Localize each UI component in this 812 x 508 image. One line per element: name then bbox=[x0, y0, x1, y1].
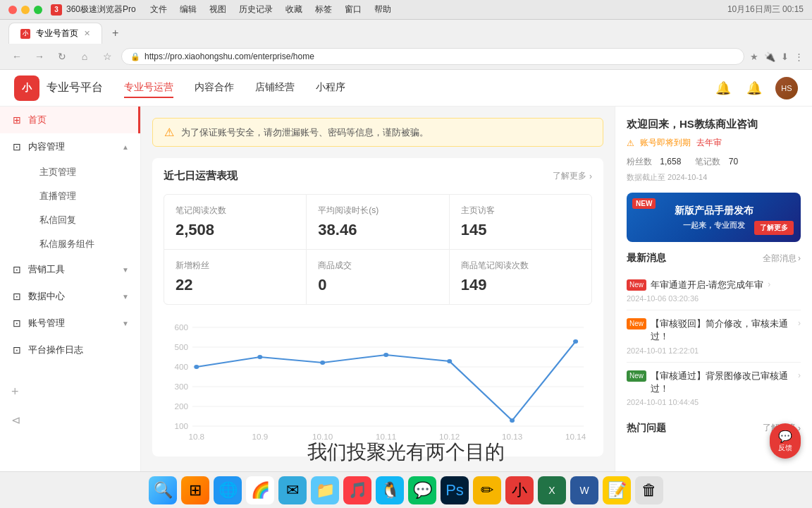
settings-icon[interactable]: ⋮ bbox=[794, 52, 804, 62]
header-nav-item-小程序[interactable]: 小程序 bbox=[316, 78, 345, 98]
home-icon: ⊞ bbox=[11, 114, 23, 126]
sidebar-item-content-management[interactable]: ⊡ 内容管理 ▲ bbox=[0, 133, 140, 160]
chart-point bbox=[320, 361, 325, 365]
notification-bell-icon[interactable]: 🔔 bbox=[713, 78, 733, 98]
sidebar-item-home[interactable]: ⊞ 首页 bbox=[0, 107, 140, 133]
sidebar-item-marketing[interactable]: ⊡ 营销工具 ▼ bbox=[0, 256, 140, 283]
sidebar-item-homepage-mgmt[interactable]: 主页管理 bbox=[28, 160, 140, 184]
all-news-link[interactable]: 全部消息 › bbox=[763, 253, 801, 265]
dock-word[interactable]: W bbox=[570, 476, 598, 504]
app-header: 小 专业号平台 专业号运营内容合作店铺经营小程序 🔔 🔔 HS bbox=[0, 70, 812, 107]
warning-icon: ⚠ bbox=[164, 126, 174, 139]
dock-wechat[interactable]: 💬 bbox=[408, 476, 436, 504]
svg-text:100: 100 bbox=[175, 423, 188, 430]
news-badge: New bbox=[627, 370, 646, 382]
arrow-right-icon: › bbox=[589, 171, 592, 181]
news-item-2[interactable]: New 【审核通过】背景图修改已审核通过！ › 2024-10-01 10:44… bbox=[627, 363, 801, 413]
menu-item[interactable]: 窗口 bbox=[345, 4, 362, 16]
svg-text:10.12: 10.12 bbox=[439, 433, 460, 441]
dock-chrome[interactable]: 🌈 bbox=[246, 476, 274, 504]
dock-trash[interactable]: 🗑 bbox=[635, 476, 663, 504]
menu-item[interactable]: 历史记录 bbox=[239, 4, 273, 16]
dock-email[interactable]: ✉ bbox=[278, 476, 307, 504]
banner-cta[interactable]: 了解更多 bbox=[754, 221, 794, 235]
account-warning: ⚠ 账号即将到期 去年审 bbox=[627, 137, 801, 149]
dock-files[interactable]: 📁 bbox=[311, 476, 339, 504]
news-item-arrow: › bbox=[798, 318, 801, 329]
minimize-button[interactable] bbox=[21, 6, 30, 14]
welcome-title: 欢迎回来，HS教练商业咨询 bbox=[627, 118, 801, 131]
sidebar-item-data-center[interactable]: ⊡ 数据中心 ▼ bbox=[0, 283, 140, 310]
feedback-button[interactable]: 💬 反馈 bbox=[770, 423, 801, 459]
forward-button[interactable]: → bbox=[31, 48, 48, 65]
alert-icon[interactable]: 🔔 bbox=[744, 78, 764, 98]
promo-banner[interactable]: NEW 新版产品手册发布 一起来，专业而发 了解更多 bbox=[627, 193, 801, 242]
menu-bar[interactable]: 文件编辑视图历史记录收藏标签窗口帮助 bbox=[150, 4, 391, 16]
logo-icon: 小 bbox=[14, 75, 39, 101]
main-layout: ⊞ 首页 ⊡ 内容管理 ▲ 主页管理 直播管理 私信回复 私信服务组件 ⊡ 营销… bbox=[0, 107, 812, 478]
menu-item[interactable]: 视图 bbox=[209, 4, 226, 16]
content-management-label: 内容管理 bbox=[28, 140, 65, 153]
dock-finder[interactable]: 🔍 bbox=[149, 476, 177, 504]
dock-ps[interactable]: Ps bbox=[441, 476, 469, 504]
content-main: ⚠ 为了保证账号安全，请勿泄漏账号、密码等信息，谨防被骗。 近七日运营表现 了解… bbox=[141, 107, 615, 478]
menu-item[interactable]: 收藏 bbox=[285, 4, 302, 16]
news-item-text: 【审核驳回】简介修改，审核未通过！ bbox=[651, 318, 794, 343]
stat-label: 新增粉丝 bbox=[176, 260, 295, 272]
stat-label: 笔记阅读次数 bbox=[176, 205, 295, 217]
sidebar-item-account-mgmt[interactable]: ⊡ 账号管理 ▼ bbox=[0, 310, 140, 337]
dock-sketch[interactable]: ✏ bbox=[473, 476, 501, 504]
news-item-1[interactable]: New 【审核驳回】简介修改，审核未通过！ › 2024-10-01 12:22… bbox=[627, 310, 801, 362]
banner-title: 新版产品手册发布 bbox=[675, 205, 753, 217]
tab-title: 专业号首页 bbox=[36, 28, 78, 40]
close-button[interactable] bbox=[8, 6, 17, 14]
news-item-0[interactable]: New 年审通道开启-请您完成年审 › 2024-10-06 03:20:36 bbox=[627, 272, 801, 310]
chevron-down-icon-account: ▼ bbox=[122, 320, 129, 327]
bookmark-button[interactable]: ☆ bbox=[99, 48, 116, 65]
performance-link[interactable]: 了解更多 › bbox=[553, 170, 592, 182]
menu-item[interactable]: 帮助 bbox=[374, 4, 391, 16]
dock-music[interactable]: 🎵 bbox=[343, 476, 371, 504]
user-avatar[interactable]: HS bbox=[775, 77, 798, 99]
tab-close-button[interactable]: ✕ bbox=[84, 29, 90, 38]
menu-item[interactable]: 编辑 bbox=[180, 4, 197, 16]
dock-launchpad[interactable]: ⊞ bbox=[181, 476, 209, 504]
data-center-label: 数据中心 bbox=[28, 290, 65, 303]
stat-value: 22 bbox=[176, 276, 295, 294]
data-date: 数据截止至 2024-10-14 bbox=[627, 172, 801, 183]
header-nav-item-店铺经营[interactable]: 店铺经营 bbox=[255, 78, 295, 98]
back-button[interactable]: ← bbox=[8, 48, 25, 65]
dock-xhs[interactable]: 小 bbox=[505, 476, 534, 504]
menu-item[interactable]: 标签 bbox=[315, 4, 332, 16]
home-button[interactable]: ⌂ bbox=[76, 48, 93, 65]
refresh-button[interactable]: ↻ bbox=[54, 48, 70, 65]
dock-notes[interactable]: 📝 bbox=[603, 476, 631, 504]
download-icon[interactable]: ⬇ bbox=[781, 52, 789, 62]
sidebar-item-live-mgmt[interactable]: 直播管理 bbox=[28, 184, 140, 208]
news-item-title: New 【审核驳回】简介修改，审核未通过！ › bbox=[627, 318, 801, 343]
sidebar-add-item[interactable]: + bbox=[0, 377, 140, 406]
menu-item[interactable]: 文件 bbox=[150, 4, 167, 16]
sidebar-item-dm-service[interactable]: 私信服务组件 bbox=[28, 232, 140, 256]
maximize-button[interactable] bbox=[34, 6, 42, 14]
dock-excel[interactable]: X bbox=[538, 476, 566, 504]
year-review-link[interactable]: 去年审 bbox=[696, 137, 722, 149]
extension-icon[interactable]: 🔌 bbox=[764, 52, 775, 62]
dock-qq[interactable]: 🐧 bbox=[376, 476, 404, 504]
banner-badge: NEW bbox=[632, 198, 656, 209]
notes-stat: 笔记数 70 bbox=[695, 156, 738, 168]
dock-360browser[interactable]: 🌐 bbox=[214, 476, 242, 504]
stat-value: 2,508 bbox=[176, 221, 295, 239]
sidebar-collapse-item[interactable]: ⊲ bbox=[0, 406, 140, 434]
address-bar[interactable]: 🔒 https://pro.xiaohongshu.com/enterprise… bbox=[121, 48, 744, 65]
news-item-date: 2024-10-01 12:22:01 bbox=[627, 346, 801, 355]
star-icon[interactable]: ★ bbox=[750, 52, 758, 62]
warning-text: 账号即将到期 bbox=[640, 137, 691, 149]
browser-tab-active[interactable]: 小 专业号首页 ✕ bbox=[8, 23, 102, 44]
header-nav-item-内容合作[interactable]: 内容合作 bbox=[195, 78, 234, 98]
news-item-title: New 年审通道开启-请您完成年审 › bbox=[627, 279, 801, 291]
header-nav-item-专业号运营[interactable]: 专业号运营 bbox=[124, 78, 173, 98]
sidebar-item-dm-reply[interactable]: 私信回复 bbox=[28, 208, 140, 232]
new-tab-button[interactable]: + bbox=[105, 23, 125, 44]
sidebar-item-logs[interactable]: ⊡ 平台操作日志 bbox=[0, 337, 140, 363]
